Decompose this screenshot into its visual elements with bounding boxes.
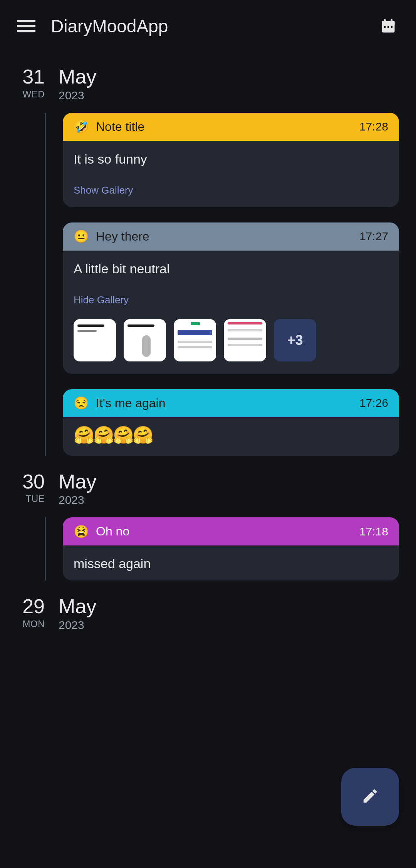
gallery-more-button[interactable]: +3 [274,319,316,361]
screen: DiaryMoodApp 31 WED May 2023 [0,0,416,868]
date-header: 29 MON May 2023 [17,596,399,632]
svg-rect-8 [387,26,389,28]
hide-gallery-button[interactable]: Hide Gallery [63,286,139,317]
entry-header: 😒 It's me again 17:26 [63,389,399,417]
pencil-icon [361,787,379,806]
entry-body-text: A little bit neutral [74,261,388,276]
date-day-number: 31 [17,66,45,87]
diary-entry-card[interactable]: 😐 Hey there 17:27 A little bit neutral H… [63,222,399,374]
entries-timeline: 🤣 Note title 17:28 It is so funny Show G… [45,113,399,456]
app-title: DiaryMoodApp [51,16,364,37]
entry-title: Hey there [96,229,352,244]
gallery-more-count: +3 [287,332,303,348]
date-day-number: 29 [17,596,45,617]
gallery-thumbnails: +3 [63,317,399,374]
gallery-thumbnail[interactable] [74,319,116,361]
date-year: 2023 [59,619,96,632]
svg-rect-6 [391,19,393,23]
svg-rect-4 [382,21,395,25]
day-section: 31 WED May 2023 🤣 Note title 17:28 It is… [0,66,416,456]
hamburger-menu-icon[interactable] [15,15,37,37]
entry-title: Note title [96,120,352,134]
compose-fab[interactable] [341,768,399,826]
gallery-thumbnail[interactable] [224,319,266,361]
date-month: May [59,471,96,492]
entry-body-emojis: 🤗🤗🤗🤗 [63,417,399,456]
date-month: May [59,66,96,87]
entry-body-text: It is so funny [74,152,388,167]
entry-time: 17:27 [359,230,388,243]
show-gallery-button[interactable]: Show Gallery [63,176,144,207]
app-bar: DiaryMoodApp [0,0,416,52]
mood-emoji-icon: 😫 [74,525,89,538]
date-day-of-week: TUE [17,493,45,504]
gallery-thumbnail[interactable] [174,319,216,361]
entry-header: 😐 Hey there 17:27 [63,222,399,251]
svg-rect-7 [384,26,386,28]
date-year: 2023 [59,89,96,102]
entry-title: Oh no [96,524,352,539]
entry-body-text: missed again [74,556,388,571]
entry-header: 😫 Oh no 17:18 [63,517,399,545]
diary-entry-card[interactable]: 😫 Oh no 17:18 missed again [63,517,399,580]
date-day-of-week: WED [17,89,45,100]
mood-emoji-icon: 😐 [74,230,89,243]
date-month: May [59,596,96,617]
entries-timeline: 😫 Oh no 17:18 missed again [45,517,399,580]
date-header: 31 WED May 2023 [17,66,399,102]
date-year: 2023 [59,493,96,507]
mood-emoji-icon: 😒 [74,397,89,409]
calendar-icon[interactable] [377,15,399,37]
diary-entry-card[interactable]: 🤣 Note title 17:28 It is so funny Show G… [63,113,399,207]
mood-emoji-icon: 🤣 [74,120,89,133]
date-day-number: 30 [17,471,45,492]
day-section: 29 MON May 2023 [0,596,416,632]
date-day-of-week: MON [17,619,45,629]
entry-time: 17:18 [359,525,388,538]
svg-rect-9 [391,26,393,28]
gallery-thumbnail[interactable] [124,319,166,361]
svg-rect-5 [384,19,386,23]
entry-time: 17:28 [359,120,388,133]
entry-header: 🤣 Note title 17:28 [63,113,399,141]
diary-entry-card[interactable]: 😒 It's me again 17:26 🤗🤗🤗🤗 [63,389,399,456]
svg-rect-0 [17,20,35,22]
entry-time: 17:26 [359,396,388,410]
entry-title: It's me again [96,396,352,410]
svg-rect-1 [17,25,35,27]
date-header: 30 TUE May 2023 [17,471,399,507]
svg-rect-2 [17,30,35,32]
day-section: 30 TUE May 2023 😫 Oh no 17:18 missed aga… [0,471,416,581]
